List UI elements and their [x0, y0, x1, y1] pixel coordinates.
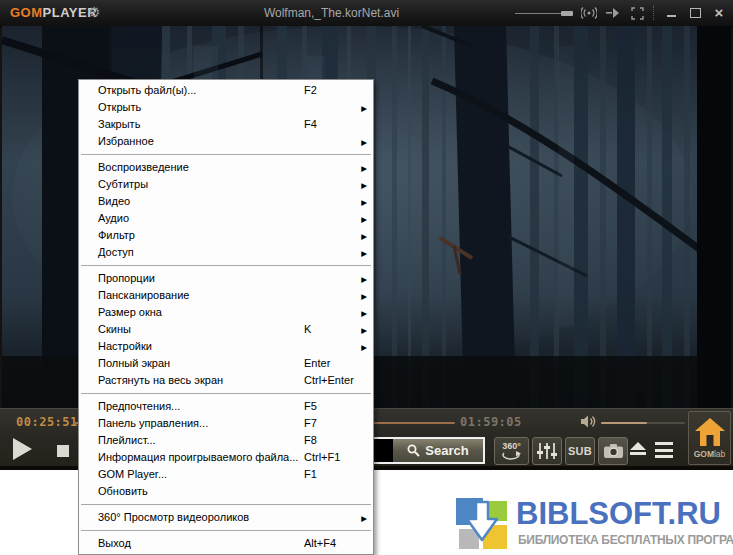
titlebar: GOMPLAYER ⚙ Wolfman,_The.korNet.avi: [0, 0, 733, 27]
submenu-arrow-icon: ▶: [361, 288, 367, 305]
total-duration: 01:59:05: [460, 415, 522, 429]
submenu-arrow-icon: ▶: [361, 160, 367, 177]
broadcast-icon[interactable]: [581, 5, 597, 21]
menu-item-shortcut: Alt+F4: [304, 535, 336, 552]
submenu-arrow-icon: ▶: [361, 305, 367, 322]
menu-item[interactable]: Аудио▶: [79, 210, 373, 227]
menu-item[interactable]: Полный экранEnter: [79, 355, 373, 372]
menu-item-label: 360° Просмотр видеороликов: [98, 511, 249, 523]
menu-item[interactable]: Растянуть на весь экранCtrl+Enter: [79, 372, 373, 389]
menu-item[interactable]: Предпочтения...F5: [79, 398, 373, 415]
window-title: Wolfman,_The.korNet.avi: [120, 6, 543, 20]
stop-button[interactable]: [57, 445, 69, 457]
biblsoft-watermark[interactable]: BIBLSOFT.RU БИБЛИОТЕКА БЕСПЛАТНЫХ ПРОГРА…: [456, 496, 733, 555]
pin-on-top-icon[interactable]: [605, 5, 621, 21]
menu-item-label: Аудио: [98, 212, 129, 224]
eject-button[interactable]: [630, 442, 646, 458]
menu-item[interactable]: Субтитры▶: [79, 176, 373, 193]
menu-item[interactable]: Видео▶: [79, 193, 373, 210]
submenu-arrow-icon: ▶: [361, 271, 367, 288]
submenu-arrow-icon: ▶: [361, 322, 367, 339]
snapshot-button[interactable]: [598, 437, 628, 465]
menu-item-shortcut: K: [304, 321, 311, 338]
speaker-icon[interactable]: [580, 414, 597, 433]
gear-icon[interactable]: ⚙: [88, 4, 101, 20]
menu-item-shortcut: Ctrl+F1: [304, 449, 340, 466]
menu-item[interactable]: Открыть▶: [79, 99, 373, 116]
gomlab-button[interactable]: GOMlab: [688, 411, 731, 465]
menu-item-shortcut: F1: [304, 466, 317, 483]
menu-item[interactable]: Доступ▶: [79, 244, 373, 261]
menu-item[interactable]: Плейлист...F8: [79, 432, 373, 449]
volume-bar[interactable]: [601, 422, 685, 424]
menu-item-label: Информация проигрываемого файла...: [98, 451, 298, 463]
camera-icon: [603, 443, 624, 459]
menu-separator: [81, 154, 371, 155]
submenu-arrow-icon: ▶: [361, 510, 367, 527]
submenu-arrow-icon: ▶: [361, 245, 367, 262]
fullscreen-icon[interactable]: [629, 5, 645, 21]
menu-separator: [81, 530, 371, 531]
menu-item[interactable]: Воспроизведение▶: [79, 159, 373, 176]
elapsed-time: 00:25:51: [16, 415, 78, 429]
submenu-arrow-icon: ▶: [361, 339, 367, 356]
menu-item[interactable]: ВыходAlt+F4: [79, 535, 373, 552]
submenu-arrow-icon: ▶: [361, 228, 367, 245]
menu-item-shortcut: F7: [304, 415, 317, 432]
menu-item-label: Открыть: [98, 101, 141, 113]
menu-item-label: Доступ: [98, 246, 134, 258]
play-button[interactable]: [13, 438, 32, 460]
menu-item-label: Полный экран: [98, 357, 170, 369]
menu-item-label: Пропорции: [98, 272, 155, 284]
equalizer-button[interactable]: [532, 437, 562, 465]
volume-slider-handle[interactable]: [561, 11, 573, 16]
menu-item[interactable]: Пропорции▶: [79, 270, 373, 287]
menu-item[interactable]: 360° Просмотр видеороликов▶: [79, 509, 373, 526]
menu-item-label: Открыть файл(ы)...: [98, 84, 196, 96]
titlebar-controls: ×: [515, 0, 727, 26]
menu-item-shortcut: F4: [304, 116, 317, 133]
watermark-title[interactable]: BIBLSOFT.RU: [516, 496, 721, 532]
minimize-button[interactable]: [663, 5, 679, 21]
menu-item-label: Размер окна: [98, 306, 162, 318]
menu-item[interactable]: Размер окна▶: [79, 304, 373, 321]
menu-item[interactable]: Пансканирование▶: [79, 287, 373, 304]
menu-item-label: Панель управления...: [98, 417, 208, 429]
equalizer-icon: [539, 443, 555, 459]
menu-item-label: Воспроизведение: [98, 161, 189, 173]
logo-gom: GOM: [10, 5, 43, 20]
titlebar-volume-slider[interactable]: [515, 10, 573, 17]
menu-item[interactable]: Открыть файл(ы)...F2: [79, 82, 373, 99]
menu-item-shortcut: Enter: [304, 355, 330, 372]
app-logo: GOMPLAYER: [10, 5, 97, 20]
menu-item[interactable]: Настройки▶: [79, 338, 373, 355]
search-icon: [407, 444, 420, 457]
maximize-button[interactable]: [687, 5, 703, 21]
menu-item[interactable]: GOM Player...F1: [79, 466, 373, 483]
menu-item[interactable]: Избранное▶: [79, 133, 373, 150]
menu-item-label: Субтитры: [98, 178, 148, 190]
close-button[interactable]: ×: [711, 5, 727, 21]
menu-item-label: GOM Player...: [98, 468, 167, 480]
menu-item-label: Пансканирование: [98, 289, 189, 301]
menu-item-label: Видео: [98, 195, 130, 207]
menu-item[interactable]: СкиныK▶: [79, 321, 373, 338]
submenu-arrow-icon: ▶: [361, 134, 367, 151]
menu-item[interactable]: Панель управления...F7: [79, 415, 373, 432]
menu-item[interactable]: Фильтр▶: [79, 227, 373, 244]
menu-item-label: Предпочтения...: [98, 400, 180, 412]
titlebar-separator: [653, 6, 655, 20]
menu-item-shortcut: F5: [304, 398, 317, 415]
menu-item[interactable]: Обновить: [79, 483, 373, 500]
subtitles-button[interactable]: SUB: [565, 437, 595, 465]
menu-item[interactable]: ЗакрытьF4: [79, 116, 373, 133]
menu-item-label: Фильтр: [98, 229, 135, 241]
volume-fill: [601, 422, 647, 424]
gomlab-label: GOMlab: [694, 449, 726, 459]
view-360-button[interactable]: 360°: [494, 437, 529, 465]
search-button[interactable]: Search: [393, 439, 483, 462]
menu-item[interactable]: Информация проигрываемого файла...Ctrl+F…: [79, 449, 373, 466]
menu-item-label: Плейлист...: [98, 434, 156, 446]
menu-button[interactable]: [655, 442, 673, 458]
menu-separator: [81, 504, 371, 505]
